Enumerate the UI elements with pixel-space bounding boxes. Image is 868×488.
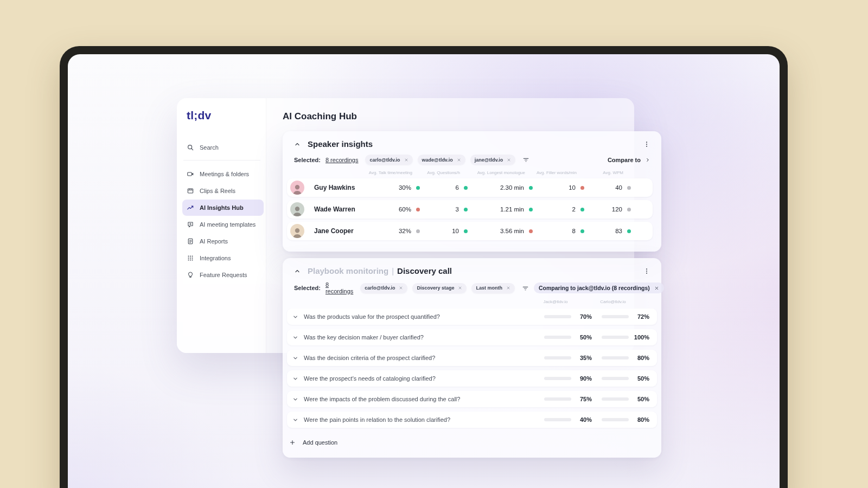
metric-cell: 40 [584,184,631,191]
sidebar-item-ai-reports[interactable]: AI Reports [182,233,264,249]
chevron-down-icon[interactable] [292,314,298,320]
avatar [290,224,304,238]
filter-chip-carlo-tldv-io[interactable]: carlo@tldv.io [365,155,412,165]
close-icon[interactable] [399,286,403,290]
selected-label: Selected: [294,157,321,163]
chevron-up-icon[interactable] [294,268,301,274]
chevron-down-icon[interactable] [292,335,298,341]
filter-chip-jane-tldv-io[interactable]: jane@tldv.io [470,155,516,165]
question-row[interactable]: Were the prospect's needs of cataloging … [287,370,657,387]
filter-icon[interactable] [522,285,529,292]
score-bar: 40% [541,416,592,423]
chevron-down-icon[interactable] [292,417,298,423]
kebab-menu-icon[interactable] [643,267,650,275]
filter-chips: carlo@tldv.io wade@tldv.io jane@tldv.io [365,155,515,165]
question-row[interactable]: Was the decision criteria of the prospec… [287,350,657,366]
chevron-down-icon[interactable] [292,355,298,361]
score-bar: 72% [598,313,649,320]
clapper-icon [187,187,194,195]
question-row[interactable]: Were the pain points in relation to the … [287,412,657,428]
sidebar-item-feature-requests[interactable]: Feature Requests [182,267,264,283]
selected-recordings-link[interactable]: 8 recordings [326,281,353,294]
bulb-icon [187,271,194,279]
person-icon [291,204,304,216]
metric-value: 10 [569,184,576,191]
comparison-column-headers: Jack@tldv.ioCarlo@tldv.io [283,299,649,304]
filter-chip-discovery-stage[interactable]: Discovery stage [412,283,467,293]
metric-value: 10 [452,228,459,234]
score-percent: 70% [576,313,592,320]
selected-label: Selected: [294,285,321,291]
sidebar-item-integrations[interactable]: Integrations [182,250,264,266]
question-row[interactable]: Were the impacts of the problem discusse… [287,391,657,407]
status-dot [580,186,584,190]
person-icon [291,226,304,238]
status-dot [529,208,533,211]
speaker-table-body: Guy Hawkins 30% 6 2.30 min 10 40 Wade Wa… [283,178,661,240]
sidebar-item-ai-insights-hub[interactable]: AI Insights Hub [182,200,264,216]
sidebar-item-ai-meeting-templates[interactable]: AI meeting templates [182,216,264,233]
speaker-name: Guy Hawkins [310,184,366,191]
metric-value: 40 [615,184,622,191]
question-row[interactable]: Was the products value for the prospect … [287,309,657,325]
score-bar: 80% [598,416,649,423]
close-icon[interactable] [457,158,461,162]
kebab-menu-icon[interactable] [643,140,650,148]
metric-cell: 2.30 min [468,184,533,191]
plus-icon [289,439,296,446]
compare-to-button[interactable]: Compare to [608,157,650,163]
question-list: Was the products value for the prospect … [283,309,661,428]
search-label: Search [200,144,219,151]
comparison-column-jack-tldv-io: Jack@tldv.io [541,299,592,304]
sidebar-search[interactable]: Search [187,144,259,151]
score-percent: 80% [633,355,649,361]
speaker-row-guy-hawkins[interactable]: Guy Hawkins 30% 6 2.30 min 10 40 [287,178,653,197]
speaker-row-wade-warren[interactable]: Wade Warren 60% 3 1.21 min 2 120 [287,200,653,219]
sidebar-item-clips-reels[interactable]: Clips & Reels [182,183,264,199]
score-percent: 100% [633,334,649,341]
speaker-row-jane-cooper[interactable]: Jane Cooper 32% 10 3.56 min 8 83 [287,222,653,240]
status-dot [464,208,468,211]
question-text: Was the decision criteria of the prospec… [304,355,435,361]
filter-chip-carlo-tldv-io[interactable]: carlo@tldv.io [360,283,407,293]
add-question-button[interactable]: Add question [289,435,657,450]
chevron-down-icon[interactable] [292,376,298,382]
score-bar: 80% [598,355,649,361]
score-percent: 50% [633,375,649,382]
comparing-to-chip[interactable]: Comparing to jack@tldv.io (8 recordings) [534,282,664,293]
metric-value: 32% [399,228,411,234]
close-icon[interactable] [506,286,510,290]
metric-cell: 6 [420,184,468,191]
sidebar-item-meetings-folders[interactable]: Meetings & folders [182,166,264,182]
filter-chips: carlo@tldv.io Discovery stage Last month [360,283,515,293]
status-dot [416,229,420,233]
close-icon[interactable] [458,286,462,290]
question-row[interactable]: Was the key decision maker / buyer clari… [287,329,657,345]
filter-chip-wade-tldv-io[interactable]: wade@tldv.io [418,155,465,165]
status-dot [416,186,420,190]
metric-value: 120 [612,206,622,213]
speaker-name: Wade Warren [310,206,366,213]
chevron-down-icon[interactable] [292,396,298,402]
status-dot [416,208,420,211]
metric-value: 2 [572,206,576,213]
metric-cell: 1.21 min [468,206,533,213]
metric-value: 1.21 min [500,206,524,213]
column-header: Avg. Longest monologue [468,170,533,175]
sidebar-nav: Meetings & folders Clips & Reels AI Insi… [187,166,259,283]
close-icon[interactable] [654,286,659,291]
close-icon[interactable] [404,158,409,162]
close-icon[interactable] [507,158,511,162]
metric-value: 30% [399,184,411,191]
filter-icon[interactable] [522,156,529,163]
column-header: Avg. WPM [584,170,631,175]
playbook-panel: Playbook monitoring|Discovery call Selec… [283,258,661,458]
selected-recordings-link[interactable]: 8 recordings [326,157,359,163]
filter-chip-last-month[interactable]: Last month [471,283,515,293]
metric-cell: 10 [533,184,584,191]
chevron-up-icon[interactable] [294,141,301,147]
trend-icon [187,204,194,211]
score-bar: 90% [541,375,592,382]
score-percent: 50% [576,334,592,341]
metric-value: 3 [456,206,459,213]
